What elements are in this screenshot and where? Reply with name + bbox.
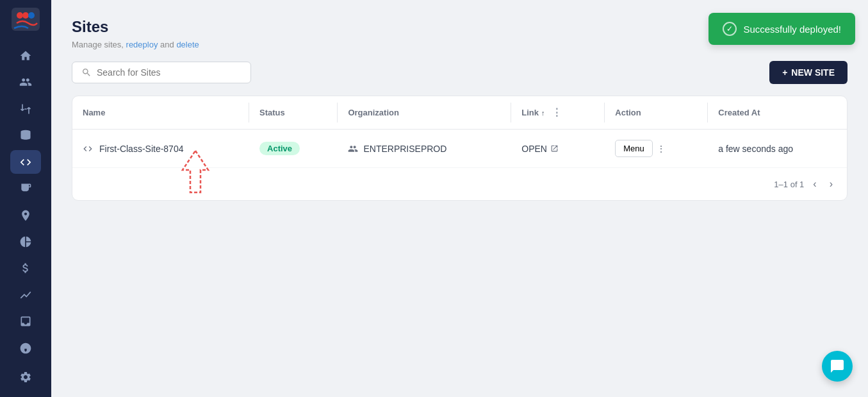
col-header-status: Status: [249, 96, 338, 130]
column-options-icon[interactable]: ⋮: [548, 105, 566, 120]
sidebar-item-billing[interactable]: [10, 257, 41, 280]
created-at: a few seconds ago: [718, 144, 793, 154]
site-name: First-Class-Site-8704: [99, 144, 183, 154]
sidebar-item-home[interactable]: [10, 44, 41, 67]
redeploy-link[interactable]: redeploy: [126, 40, 158, 49]
sidebar-item-users[interactable]: [10, 70, 41, 94]
col-header-name: Name: [72, 96, 249, 130]
sort-icon[interactable]: ↑: [541, 109, 545, 117]
sidebar-item-database[interactable]: [10, 123, 41, 147]
delete-link[interactable]: delete: [176, 40, 199, 49]
toast-notification: ✓ Successfully deployed!: [708, 13, 855, 45]
org-icon: [348, 144, 358, 154]
col-header-created-at: Created At: [708, 96, 847, 130]
sidebar-item-inbox[interactable]: [10, 310, 41, 334]
new-site-button[interactable]: + NEW SITE: [769, 61, 848, 84]
pagination-info: 1–1 of 1: [774, 180, 804, 189]
new-site-plus: +: [782, 67, 787, 78]
col-header-organization: Organization: [338, 96, 511, 130]
site-name-cell: First-Class-Site-8704: [72, 130, 249, 168]
search-icon: [81, 67, 92, 78]
action-more-icon[interactable]: ⋮: [657, 144, 666, 154]
site-action-cell: Menu ⋮: [605, 130, 708, 168]
site-link-cell: OPEN: [511, 130, 605, 168]
sidebar-item-analytics[interactable]: [10, 283, 41, 307]
sites-table-container: Name Status Organization Link ↑ ⋮: [72, 96, 848, 201]
sidebar-item-location[interactable]: [10, 203, 41, 227]
col-header-action: Action: [605, 96, 708, 130]
next-page-button[interactable]: ›: [826, 177, 837, 191]
main-content: ✓ Successfully deployed! Sites Manage si…: [51, 0, 868, 397]
toolbar: + NEW SITE: [72, 61, 848, 84]
prev-page-button[interactable]: ‹: [809, 177, 820, 191]
pagination-row: 1–1 of 1 ‹ ›: [72, 168, 847, 201]
sidebar: [0, 0, 51, 397]
site-created-cell: a few seconds ago: [708, 130, 847, 168]
col-header-link: Link ↑ ⋮: [511, 96, 605, 130]
chat-bubble[interactable]: [822, 351, 853, 382]
svg-point-2: [22, 12, 29, 19]
org-name: ENTERPRISEPROD: [363, 144, 446, 154]
sidebar-item-charts[interactable]: [10, 230, 41, 253]
site-status-cell: Active: [249, 130, 338, 168]
toast-check-icon: ✓: [723, 22, 737, 36]
site-org-cell: ENTERPRISEPROD: [338, 130, 511, 168]
svg-point-3: [28, 12, 35, 19]
svg-point-1: [17, 12, 23, 19]
sidebar-item-settings[interactable]: [10, 366, 41, 389]
toast-message: Successfully deployed!: [743, 24, 841, 35]
pagination-cell: 1–1 of 1 ‹ ›: [72, 168, 847, 201]
sidebar-item-deploy[interactable]: [10, 97, 41, 121]
code-icon: [83, 144, 93, 154]
menu-button[interactable]: Menu: [615, 140, 653, 157]
status-badge: Active: [259, 142, 300, 155]
search-input[interactable]: [97, 67, 242, 78]
sidebar-item-sites[interactable]: [10, 150, 41, 174]
table-header-row: Name Status Organization Link ↑ ⋮: [72, 96, 847, 130]
sites-table: Name Status Organization Link ↑ ⋮: [72, 96, 847, 200]
open-link-text[interactable]: OPEN: [521, 144, 547, 154]
app-logo[interactable]: [12, 8, 40, 33]
search-box[interactable]: [72, 62, 251, 83]
table-row: First-Class-Site-8704 Active ENTERPRISEP…: [72, 130, 847, 168]
new-site-label: NEW SITE: [791, 67, 835, 78]
external-link-icon: [550, 144, 559, 153]
sidebar-item-team[interactable]: [10, 336, 41, 360]
sidebar-item-data[interactable]: [10, 176, 41, 200]
